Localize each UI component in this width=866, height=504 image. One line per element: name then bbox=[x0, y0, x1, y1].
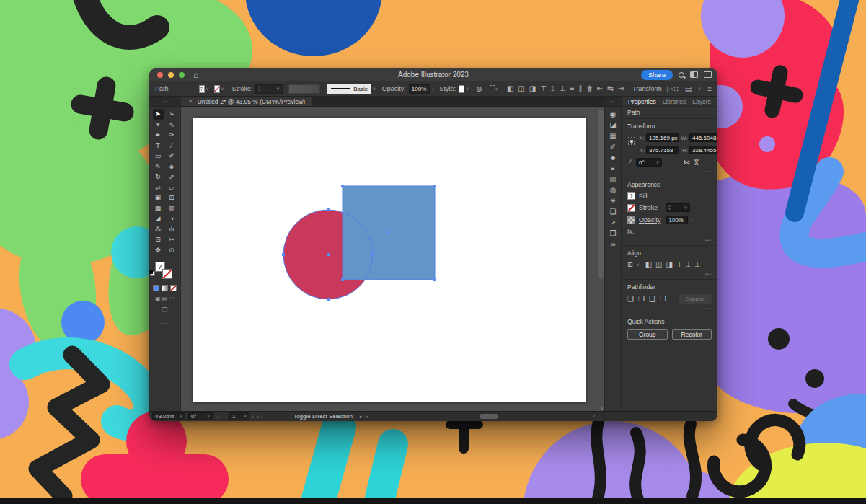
transform-label[interactable]: Transform bbox=[632, 85, 662, 92]
links-icon[interactable]: ∞ bbox=[610, 240, 615, 248]
align-h-center-icon[interactable]: ◫ bbox=[655, 260, 662, 269]
stroke-weight-stepper[interactable]: ˄˅ ˅ bbox=[666, 203, 690, 212]
gradient-mode-button[interactable] bbox=[162, 285, 168, 291]
anchor-point[interactable] bbox=[341, 278, 344, 281]
perspective-grid-tool[interactable]: ⊞ bbox=[167, 193, 177, 203]
anchor-point[interactable] bbox=[327, 253, 330, 256]
edit-toolbar-icon[interactable]: ••• bbox=[149, 321, 180, 326]
arrange-documents-icon[interactable] bbox=[690, 71, 698, 78]
align-top-icon[interactable]: ⊤ bbox=[540, 84, 547, 93]
style-swatch[interactable] bbox=[459, 85, 464, 93]
vertical-scrollbar[interactable] bbox=[598, 108, 604, 402]
status-reverse-icon[interactable]: ◂ bbox=[365, 414, 368, 420]
align-bottom-icon[interactable]: ⊥ bbox=[694, 260, 701, 269]
magic-wand-tool[interactable]: ✶ bbox=[153, 120, 164, 131]
align-more-options[interactable]: ••• bbox=[627, 272, 712, 276]
artboard-nav-field[interactable]: 1 ˅ bbox=[229, 412, 249, 420]
align-left-icon[interactable]: ◧ bbox=[507, 84, 513, 93]
anchor-point[interactable] bbox=[327, 298, 330, 301]
appearance-stroke-label[interactable]: Stroke bbox=[639, 204, 658, 211]
flip-horizontal-icon[interactable]: ⋈ bbox=[684, 159, 690, 166]
curvature-tool[interactable]: ✑ bbox=[167, 130, 177, 141]
appearance-opacity-field[interactable]: 100% bbox=[666, 216, 688, 224]
align-v-center-icon[interactable]: ⌶ bbox=[686, 260, 691, 269]
toolbar-grip[interactable]: •• bbox=[149, 97, 180, 107]
stroke-stepper[interactable]: ˄˅ bbox=[258, 86, 260, 92]
blend-tool[interactable]: ◑ bbox=[167, 213, 177, 224]
distribute-vertical-icon[interactable]: ≡ bbox=[570, 84, 575, 93]
appearance-stroke-swatch[interactable] bbox=[627, 204, 635, 212]
selection-tool[interactable]: ➤ bbox=[153, 109, 164, 120]
recolor-button[interactable]: Recolor bbox=[672, 329, 712, 340]
application-frame-icon[interactable] bbox=[704, 71, 712, 78]
stroke-weight-label[interactable]: Stroke: bbox=[232, 85, 253, 92]
w-field[interactable]: 445.6048 bbox=[689, 133, 717, 142]
shape-builder-tool[interactable]: ▣ bbox=[153, 193, 164, 203]
opacity-chevron-icon[interactable]: › bbox=[432, 87, 433, 92]
fx-icon[interactable]: fx. bbox=[627, 228, 712, 235]
width-tool[interactable]: ⇌ bbox=[153, 182, 164, 193]
tab-properties[interactable]: Properties bbox=[628, 98, 656, 105]
tab-close-icon[interactable]: ✕ bbox=[188, 98, 193, 105]
titlebar[interactable]: ⌂ Adobe Illustrator 2023 Share bbox=[149, 68, 717, 81]
brushes-icon[interactable]: ✐ bbox=[610, 143, 616, 151]
width-profile-dropdown[interactable] bbox=[288, 84, 321, 94]
share-button[interactable]: Share bbox=[641, 70, 673, 80]
default-fill-stroke-icon[interactable] bbox=[150, 271, 155, 276]
pathfinder-unite-icon[interactable]: ❏ bbox=[627, 295, 634, 303]
workspace-icon[interactable]: ▤ bbox=[685, 85, 692, 93]
transparency-icon[interactable]: ◍ bbox=[610, 186, 617, 194]
anchor-point[interactable] bbox=[371, 253, 374, 256]
type-tool[interactable]: T bbox=[153, 141, 164, 151]
style-chevron-icon[interactable]: ˅ bbox=[466, 87, 469, 92]
status-play-icon[interactable]: ▸ bbox=[360, 414, 363, 420]
transform-reference-icon[interactable]: ⊹ bbox=[665, 85, 671, 93]
status-display[interactable]: Toggle Direct Selection bbox=[293, 413, 353, 420]
align-to-chevron-icon[interactable]: ˅ bbox=[637, 262, 640, 268]
gradient-tool[interactable]: ▥ bbox=[167, 203, 177, 214]
appearance-icon[interactable]: ☀ bbox=[610, 197, 617, 205]
align-to-icon[interactable]: ⊞ bbox=[627, 261, 633, 268]
tab-libraries[interactable]: Libraries bbox=[663, 98, 686, 105]
appearance-opacity-label[interactable]: Opacity bbox=[639, 216, 661, 224]
align-left-icon[interactable]: ◧ bbox=[645, 260, 652, 269]
next-artboard-icon[interactable]: ▸ bbox=[252, 414, 255, 419]
expand-button[interactable]: Expand bbox=[679, 294, 712, 304]
fill-stroke-indicator[interactable]: ? bbox=[154, 261, 176, 280]
anchor-point[interactable] bbox=[387, 231, 390, 234]
pathfinder-minus-front-icon[interactable]: ❐ bbox=[638, 295, 645, 303]
rotate-tool[interactable]: ↻ bbox=[153, 172, 164, 182]
draw-behind-icon[interactable]: ▤ bbox=[162, 296, 168, 302]
anchor-point[interactable] bbox=[327, 208, 330, 211]
eyedropper-tool[interactable]: ◢ bbox=[153, 213, 164, 224]
appearance-fill-swatch[interactable]: ? bbox=[627, 192, 635, 200]
align-h-center-icon[interactable]: ◫ bbox=[518, 84, 524, 93]
rectangle-tool[interactable]: ▭ bbox=[153, 151, 164, 162]
swatches-icon[interactable]: ▦ bbox=[609, 132, 616, 140]
asset-export-icon[interactable]: ↗ bbox=[610, 218, 616, 226]
fill-chevron-icon[interactable]: ˅ bbox=[206, 87, 209, 92]
color-mode-button[interactable] bbox=[153, 285, 159, 291]
reference-point-icon[interactable] bbox=[627, 136, 636, 146]
canvas[interactable]: ˅ bbox=[181, 107, 604, 411]
artboard-tool[interactable]: ⊡ bbox=[153, 234, 164, 245]
pathfinder-exclude-icon[interactable]: ❒ bbox=[660, 295, 666, 303]
stroke-color-swatch[interactable] bbox=[214, 85, 220, 93]
screen-mode-icon[interactable]: ❐ bbox=[149, 306, 180, 314]
distribute-space-right-icon[interactable]: ⇥ bbox=[618, 84, 624, 93]
tab-layers[interactable]: Layers bbox=[692, 98, 711, 105]
pathfinder-more-options[interactable]: ••• bbox=[627, 306, 712, 311]
symbol-sprayer-tool[interactable]: ⁂ bbox=[153, 224, 164, 235]
distribute-space-left-icon[interactable]: ⇤ bbox=[597, 84, 603, 93]
opacity-field[interactable]: 100% bbox=[409, 84, 430, 94]
brush-chevron-icon[interactable]: ˅ bbox=[373, 87, 376, 92]
lasso-tool[interactable]: ∿ bbox=[167, 120, 177, 131]
stroke-weight-chevron-icon[interactable]: ˅ bbox=[276, 87, 279, 92]
align-top-icon[interactable]: ⊤ bbox=[676, 260, 683, 269]
column-graph-tool[interactable]: ılı bbox=[167, 224, 177, 235]
vertical-scrollbar-thumb[interactable] bbox=[598, 110, 604, 279]
first-artboard-icon[interactable]: ❘◂ bbox=[216, 414, 221, 419]
zoom-level-dropdown[interactable]: 43.05% ˅ bbox=[152, 412, 185, 420]
mesh-tool[interactable]: ▦ bbox=[153, 203, 164, 214]
x-field[interactable]: 195.169 px bbox=[646, 133, 679, 142]
